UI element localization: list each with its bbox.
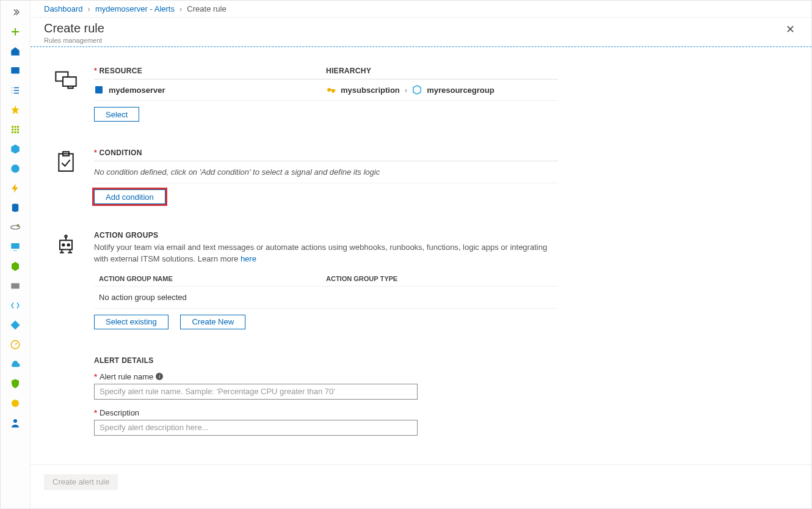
bolt-icon[interactable] <box>4 180 26 196</box>
server-icon <box>94 85 104 95</box>
action-groups-description: Notify your team via email and text mess… <box>94 242 558 271</box>
svg-rect-14 <box>11 243 20 249</box>
svg-point-22 <box>327 88 331 92</box>
diamond-icon[interactable] <box>4 317 26 333</box>
svg-point-26 <box>62 244 64 246</box>
hierarchy-heading: HIERARCHY <box>326 67 558 79</box>
page-title: Create rule <box>44 21 104 35</box>
svg-point-18 <box>13 419 17 423</box>
alert-description-input[interactable] <box>94 420 418 436</box>
svg-rect-4 <box>12 129 13 131</box>
brackets-icon[interactable] <box>4 298 26 313</box>
page-subtitle: Rules management <box>44 37 104 44</box>
info-icon[interactable]: i <box>156 373 163 380</box>
gauge-icon[interactable] <box>4 337 26 353</box>
close-icon[interactable]: ✕ <box>782 21 798 37</box>
alert-rule-name-input[interactable] <box>94 384 418 400</box>
alert-details-heading: ALERT DETAILS <box>94 356 509 367</box>
globe-icon[interactable] <box>4 161 26 177</box>
svg-rect-21 <box>95 86 103 93</box>
list-icon[interactable] <box>4 82 26 98</box>
person-icon[interactable] <box>4 415 26 431</box>
star-icon[interactable] <box>4 102 26 118</box>
svg-rect-20 <box>63 77 76 86</box>
alert-rule-name-label: Alert rule name <box>100 372 153 381</box>
create-alert-rule-button[interactable]: Create alert rule <box>44 474 118 490</box>
select-existing-button[interactable]: Select existing <box>94 315 169 329</box>
action-group-none: No action group selected <box>94 287 558 309</box>
svg-rect-3 <box>17 126 19 128</box>
home-icon[interactable] <box>4 43 26 59</box>
create-new-button[interactable]: Create New <box>180 315 245 329</box>
svg-rect-1 <box>12 126 13 128</box>
svg-rect-6 <box>17 129 19 131</box>
chevron-right-icon: › <box>405 86 407 95</box>
left-nav-rail <box>1 1 31 508</box>
action-group-type-header: ACTION GROUP TYPE <box>326 275 553 282</box>
svg-point-13 <box>17 225 19 227</box>
select-resource-button[interactable]: Select <box>94 107 139 122</box>
learn-more-link[interactable]: here <box>241 254 256 263</box>
horizontal-scrollbar[interactable] <box>31 499 811 508</box>
key-icon <box>326 85 336 95</box>
card-icon[interactable] <box>4 278 26 294</box>
action-groups-heading: ACTION GROUPS <box>94 231 558 242</box>
monitor-icon[interactable] <box>4 239 26 255</box>
action-group-name-header: ACTION GROUP NAME <box>99 275 326 282</box>
add-icon[interactable] <box>4 24 26 40</box>
alert-description-label: Description <box>100 408 139 417</box>
grid-icon[interactable] <box>4 122 26 137</box>
cube-icon[interactable] <box>4 141 26 157</box>
footer-bar: Create alert rule <box>31 464 811 499</box>
chevron-right-icon: › <box>179 4 182 13</box>
hierarchy-resourcegroup: myresourcegroup <box>427 86 495 95</box>
clipboard-check-icon <box>53 148 79 174</box>
condition-heading: CONDITION <box>94 148 558 161</box>
resourcegroup-icon <box>412 85 422 95</box>
svg-rect-7 <box>12 131 13 133</box>
breadcrumb-dashboard[interactable]: Dashboard <box>44 4 83 13</box>
orbit-icon[interactable] <box>4 219 26 235</box>
breadcrumb: Dashboard › mydemoserver - Alerts › Crea… <box>31 1 811 18</box>
svg-rect-0 <box>11 67 20 74</box>
sql-icon[interactable] <box>4 200 26 216</box>
svg-rect-8 <box>15 131 16 133</box>
svg-rect-5 <box>15 129 16 131</box>
svg-point-27 <box>68 244 70 246</box>
condition-empty-text: No condition defined, click on 'Add cond… <box>94 161 558 183</box>
shield-green-icon[interactable] <box>4 376 26 392</box>
cloud-icon[interactable] <box>4 356 26 372</box>
chevron-right-icon: › <box>88 4 90 13</box>
resource-value: mydemoserver <box>109 86 165 95</box>
expand-rail-icon[interactable] <box>4 4 26 20</box>
circle-yellow-icon[interactable] <box>4 395 26 411</box>
monitors-icon <box>53 67 79 92</box>
hex-icon[interactable] <box>4 258 26 274</box>
svg-rect-9 <box>17 131 19 133</box>
svg-rect-25 <box>60 240 72 249</box>
svg-point-17 <box>12 400 19 407</box>
robot-icon <box>53 231 79 257</box>
hierarchy-subscription: mysubscription <box>341 86 400 95</box>
dashboard-icon[interactable] <box>4 63 26 79</box>
breadcrumb-current: Create rule <box>187 4 226 13</box>
svg-point-28 <box>65 235 67 237</box>
svg-point-10 <box>11 164 20 173</box>
svg-rect-15 <box>11 284 20 289</box>
resource-heading: RESOURCE <box>94 67 326 79</box>
breadcrumb-alerts[interactable]: mydemoserver - Alerts <box>95 4 175 13</box>
add-condition-button[interactable]: Add condition <box>94 189 165 204</box>
svg-rect-2 <box>15 126 16 128</box>
